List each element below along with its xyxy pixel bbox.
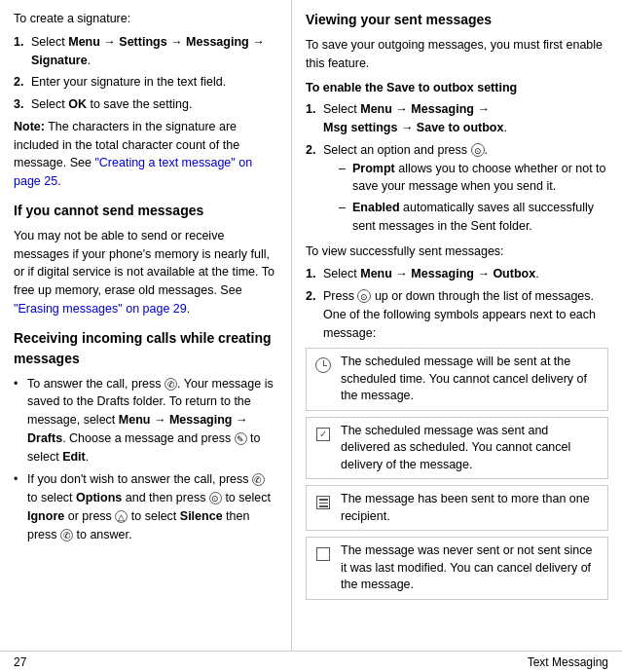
step-3: 3. Select OK to save the setting. [14,95,277,114]
step-2: 2. Enter your signature in the text fiel… [14,73,277,92]
check-square-icon: ✓ [316,428,330,441]
note-text: Note: The characters in the signature ar… [14,118,277,191]
info-box-lines-text: The message has been sent to more than o… [341,491,601,525]
footer-bar: 27 Text Messaging [0,651,622,672]
empty-icon [313,544,333,564]
sub-item-enabled: – Enabled automatically saves all succes… [323,199,608,236]
outbox-step-2: 2. Press ⊙ up or down through the list o… [306,287,608,342]
section-heading-viewing: Viewing your sent messages [306,10,608,30]
section-heading-cannot-send: If you cannot send messages [14,201,277,221]
info-box-empty: The message was never sent or not sent s… [306,537,608,600]
outbox-step-1: 1. Select Menu → Messaging → Outbox. [306,265,608,283]
info-box-clock-text: The scheduled message will be sent at th… [341,354,601,405]
info-box-clock: The scheduled message will be sent at th… [306,348,608,411]
info-box-lines: The message has been sent to more than o… [306,485,608,531]
enable-sub-heading: To enable the Save to outbox setting [306,79,608,97]
check-icon: ✓ [313,425,333,444]
lines-icon [313,493,333,512]
view-step-2: 2. Select an option and press ⊙. – Promp… [306,141,608,239]
viewing-intro: To save your outgoing messages, you must… [306,36,608,73]
section-heading-receiving: Receiving incoming calls while creating … [14,328,277,369]
view-sent-intro: To view successfully sent messages: [306,243,608,261]
create-sig-intro: To create a signature: [14,10,277,28]
info-box-empty-text: The message was never sent or not sent s… [341,542,601,594]
footer-page-number: 27 [14,655,26,669]
bullet-2: • If you don't wish to answer the call, … [14,470,277,543]
sub-item-prompt: – Prompt allows you to choose whether or… [323,160,608,197]
info-box-check: ✓ The scheduled message was sent and del… [306,417,608,480]
left-column: To create a signature: 1. Select Menu → … [0,0,292,672]
footer-section-title: Text Messaging [528,655,608,669]
cannot-send-body: You may not be able to send or receive m… [14,227,277,318]
empty-square-icon [316,547,330,561]
list-square-icon [316,496,330,509]
clock-icon [313,355,333,375]
view-step-1: 1. Select Menu → Messaging →Msg settings… [306,100,608,137]
info-box-check-text: The scheduled message was sent and deliv… [341,423,601,474]
bullet-1: • To answer the call, press ✆. Your mess… [14,375,277,467]
right-column: Viewing your sent messages To save your … [292,0,622,672]
step-1: 1. Select Menu → Settings → Messaging → … [14,33,277,70]
